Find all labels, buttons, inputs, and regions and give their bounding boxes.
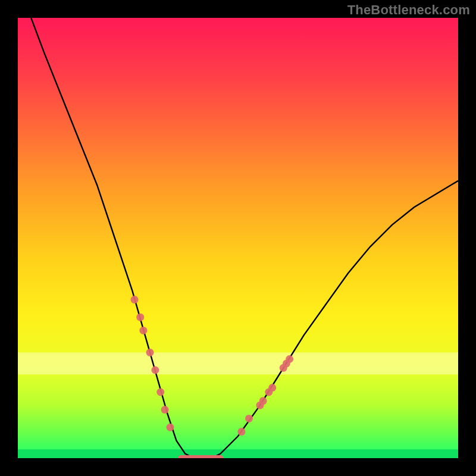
chart-frame: TheBottleneck.com xyxy=(0,0,476,476)
curve-marker xyxy=(286,355,293,363)
curve-marker xyxy=(259,397,267,405)
curve-marker xyxy=(161,406,169,414)
gradient-background xyxy=(18,18,458,458)
curve-marker xyxy=(167,424,174,431)
chart-svg xyxy=(18,18,458,458)
chart-plot xyxy=(18,18,458,458)
curve-marker xyxy=(156,389,164,396)
curve-marker xyxy=(136,314,144,321)
curve-marker xyxy=(151,367,159,374)
curve-marker xyxy=(131,296,139,303)
curve-marker xyxy=(237,428,245,436)
threshold-band xyxy=(18,352,458,374)
curve-marker xyxy=(268,384,276,392)
curve-marker xyxy=(245,415,253,422)
curve-marker xyxy=(139,327,147,334)
curve-marker xyxy=(146,349,154,356)
optimal-zone xyxy=(18,449,458,458)
watermark-label: TheBottleneck.com xyxy=(347,2,470,18)
